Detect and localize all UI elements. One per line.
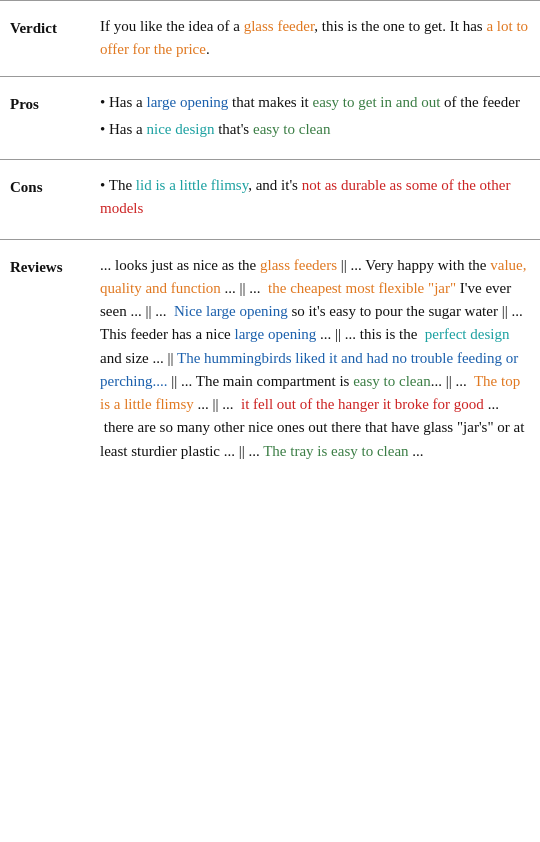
review-hummingbirds: The hummingbirds liked it and had no tro… [100, 350, 518, 389]
review-large-opening2: large opening [235, 326, 317, 342]
review-perfect-design: perfect design [425, 326, 510, 342]
cons-row: Cons The lid is a little flimsy, and it'… [0, 159, 540, 239]
pros-content: Has a large opening that makes it easy t… [100, 91, 530, 146]
cons-item-1: The lid is a little flimsy, and it's not… [100, 174, 530, 221]
product-review-table: Verdict If you like the idea of a glass … [0, 0, 540, 477]
review-glass-feeders: glass feeders [260, 257, 337, 273]
pros-large-opening: large opening [147, 94, 229, 110]
pros-easy-clean: easy to clean [253, 121, 330, 137]
pros-row: Pros Has a large opening that makes it e… [0, 76, 540, 160]
reviews-content: ... looks just as nice as the glass feed… [100, 254, 530, 463]
review-cheapest-flexible: the cheapest most flexible "jar" [268, 280, 456, 296]
pros-label: Pros [10, 91, 100, 146]
verdict-glass-feeder: glass feeder [244, 18, 315, 34]
pros-nice-design: nice design [147, 121, 215, 137]
review-broke: it fell out of the hanger it broke for g… [241, 396, 484, 412]
cons-content: The lid is a little flimsy, and it's not… [100, 174, 530, 225]
verdict-value: a lot to offer for the price [100, 18, 528, 57]
pros-item-2: Has a nice design that's easy to clean [100, 118, 530, 141]
verdict-label: Verdict [10, 15, 100, 62]
cons-label: Cons [10, 174, 100, 225]
cons-lid-flimsy: lid is a little flimsy [136, 177, 248, 193]
reviews-row: Reviews ... looks just as nice as the gl… [0, 239, 540, 477]
review-easy-clean: easy to clean [353, 373, 430, 389]
pros-easy: easy to get in and out [312, 94, 440, 110]
verdict-content: If you like the idea of a glass feeder, … [100, 15, 530, 62]
review-nice-large-opening: Nice large opening [174, 303, 288, 319]
pros-item-1: Has a large opening that makes it easy t… [100, 91, 530, 114]
reviews-label: Reviews [10, 254, 100, 463]
verdict-row: Verdict If you like the idea of a glass … [0, 0, 540, 76]
review-tray-clean: The tray is easy to clean [263, 443, 408, 459]
